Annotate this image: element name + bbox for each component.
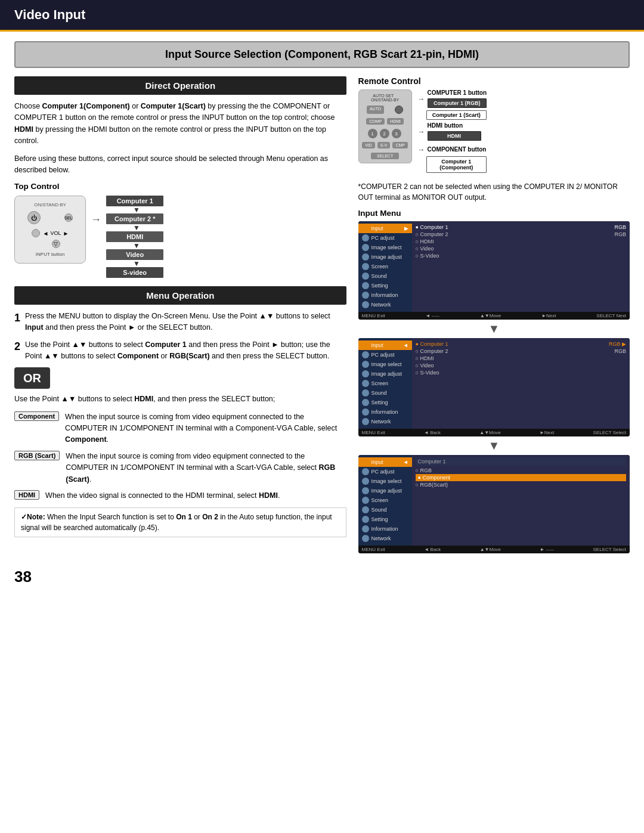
img-adj-icon-3	[362, 487, 369, 494]
ms-opt-hdmi: ○ HDMI	[416, 238, 626, 245]
menu2-sound: Sound	[358, 388, 412, 398]
input-button-label: INPUT button	[36, 252, 64, 257]
menu-item-imageadjust: Image adjust	[358, 252, 412, 262]
ms2-svideo: ○ S-Video	[416, 369, 626, 376]
image-adjust-icon	[362, 253, 369, 261]
menu-item-pcadjust: PC adjust	[358, 233, 412, 243]
menu2-network: Network	[358, 417, 412, 426]
menu2-information: Information	[358, 407, 412, 417]
down-arrow-1: ▼	[358, 322, 630, 336]
setting-icon-2	[362, 399, 369, 406]
input-icon-3	[362, 459, 369, 466]
ms2-video: ○ Video	[416, 362, 626, 369]
ms-opt-video: ○ Video	[416, 245, 626, 252]
pc-adj-icon-3	[362, 468, 369, 475]
down-button-icon: ▽	[52, 240, 60, 248]
or-box: OR	[14, 367, 50, 389]
step1-block: 1 Press the MENU button to display the O…	[14, 311, 346, 333]
num2-icon: 2	[380, 129, 389, 138]
sound-icon-2	[362, 389, 369, 397]
main-title: Input Source Selection (Component, RGB S…	[14, 41, 630, 68]
pc-adjust-icon	[362, 234, 369, 241]
info-icon-2	[362, 408, 369, 416]
comp2-btn-icon: CMP	[392, 142, 408, 148]
note-box: ✓Note: When the Input Search function is…	[14, 507, 346, 537]
direct-operation-body2: Before using these buttons, correct inpu…	[14, 153, 346, 176]
menu-item-information: Information	[358, 290, 412, 300]
menu-item-imageselect: Image select	[358, 243, 412, 252]
rgb-scart-desc: When the input source is coming from vid…	[66, 451, 346, 485]
input-menu-title: Input Menu	[358, 209, 630, 218]
menu2-setting: Setting	[358, 398, 412, 407]
page-title: Video Input	[14, 7, 85, 22]
select-button-icon: SEL	[64, 213, 73, 222]
computer1-button-callout: COMPUTER 1 button	[428, 89, 487, 96]
menu3-imageadjust: Image adjust	[358, 486, 412, 496]
component-remote-label: Computer 1(Component)	[426, 156, 487, 173]
down-arrow-2: ▼	[358, 439, 630, 453]
top-control-area: ON/STAND·BY ⏻ SEL ◄ VOL ►	[14, 196, 346, 278]
computer1-scart-label: Computer 1 (Scart)	[426, 110, 487, 120]
callout-group: → COMPUTER 1 button Computer 1 (RGB) Com…	[418, 89, 487, 173]
menu3-footer: MENU Exit ◄ Back ▲▼Move ► ----- SELECT S…	[358, 546, 630, 553]
remote-control-area: AUTO SET ON/STAND-BY AUTO COMP HDMI 1 2 …	[358, 89, 630, 173]
select-remote-icon: SELECT	[371, 153, 399, 159]
network-icon-3	[362, 535, 369, 542]
flow-computer2: Computer 2 *	[106, 213, 163, 224]
ms2-computer1: ● Computer 1	[416, 340, 448, 348]
menu2-screen: Screen	[358, 379, 412, 388]
img-adj-icon-2	[362, 370, 369, 377]
input-button-icon	[32, 229, 40, 237]
menu2-footer: MENU Exit ◄ Back ▲▼Move ►Next SELECT Sel…	[358, 429, 630, 436]
step2-text: Use the Point ▲▼ buttons to select Compu…	[14, 339, 346, 362]
image-select-icon	[362, 244, 369, 251]
ms2-hdmi: ○ HDMI	[416, 355, 626, 362]
menu2-input-active: Input ◄	[358, 340, 412, 350]
component-desc: When the input source is coming from vid…	[65, 411, 346, 446]
pc-adj-icon-2	[362, 351, 369, 358]
sound-icon-3	[362, 506, 369, 513]
component-button-callout: COMPONENT button	[428, 146, 487, 153]
input-icon-2	[362, 342, 369, 349]
hdmi-desc: When the video signal is connected to th…	[45, 490, 346, 501]
network-icon	[362, 301, 369, 308]
input-icon	[362, 225, 369, 232]
screen-icon-2	[362, 380, 369, 387]
computer1-rgb-label: Computer 1 (RGB)	[428, 98, 487, 108]
menu-screenshot-1: Input ▶ PC adjust Image select	[358, 221, 630, 320]
screen-icon	[362, 263, 369, 270]
top-control-diagram: ON/STAND·BY ⏻ SEL ◄ VOL ►	[14, 196, 86, 264]
flow-sequence: Computer 1 ▼ Computer 2 * ▼ HDMI ▼ Video…	[106, 196, 163, 278]
direct-operation-body1: Choose Computer 1(Component) or Computer…	[14, 101, 346, 147]
setting-icon	[362, 282, 369, 289]
remote-control-title: Remote Control	[358, 76, 630, 86]
setting-icon-3	[362, 516, 369, 523]
remote-diagram: AUTO SET ON/STAND-BY AUTO COMP HDMI 1 2 …	[358, 89, 412, 163]
menu-screenshot-3: Input ◄ PC adjust Image select	[358, 455, 630, 553]
menu3-setting: Setting	[358, 515, 412, 524]
step3-text: Use the Point ▲▼ buttons to select HDMI,…	[14, 394, 346, 405]
hdmi-btn-icon: HDMI	[387, 118, 404, 125]
num3-icon: 3	[392, 129, 401, 138]
menu-item-screen: Screen	[358, 262, 412, 271]
direct-operation-header: Direct Operation	[14, 76, 346, 95]
menu3-information: Information	[358, 524, 412, 534]
step1-text: Press the MENU button to display the On-…	[14, 311, 346, 333]
menu3-screen: Screen	[358, 496, 412, 505]
ms-opt-computer1: ● Computer 1RGB	[416, 224, 626, 231]
page-header: Video Input	[0, 0, 644, 32]
step1-number: 1	[14, 311, 20, 326]
computer-btn-icon: COMP	[366, 118, 385, 125]
component-key-label: Component	[14, 411, 59, 421]
rgb-scart-key-label: RGB (Scart)	[14, 451, 60, 460]
ms2-computer2: ○ Computer 2RGB	[416, 348, 626, 355]
menu-operation-header: Menu Operation	[14, 286, 346, 305]
computer-note: *COMPUTER 2 can not be selected when usi…	[358, 181, 630, 203]
note-text: When the Input Search function is set to…	[21, 513, 332, 532]
page-number: 38	[14, 568, 630, 586]
menu3-input-active: Input ◄	[358, 457, 412, 467]
video-btn-icon: VID	[362, 142, 375, 148]
flow-hdmi: HDMI	[106, 231, 163, 242]
info-icon-3	[362, 525, 369, 532]
flow-computer1: Computer 1	[106, 196, 163, 206]
